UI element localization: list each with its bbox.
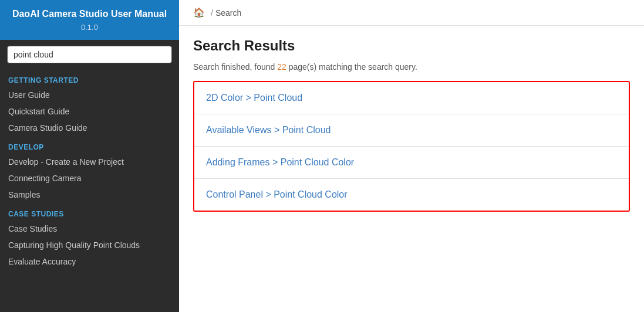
sidebar-item-develop-new-project[interactable]: Develop - Create a New Project xyxy=(0,154,179,170)
sidebar-item-camera-studio-guide[interactable]: Camera Studio Guide xyxy=(0,120,179,136)
home-icon[interactable]: 🏠 xyxy=(193,7,205,18)
page-title: Search Results xyxy=(193,38,630,54)
search-input[interactable] xyxy=(7,46,172,63)
result-item-4[interactable]: Control Panel > Point Cloud Color xyxy=(194,179,629,211)
results-box: 2D Color > Point Cloud Available Views >… xyxy=(193,81,630,212)
breadcrumb-search: Search xyxy=(215,8,241,18)
result-link-1[interactable]: 2D Color > Point Cloud xyxy=(206,93,302,103)
result-link-3[interactable]: Adding Frames > Point Cloud Color xyxy=(206,157,354,167)
breadcrumb: 🏠 / Search xyxy=(179,0,644,26)
sidebar: DaoAI Camera Studio User Manual 0.1.0 GE… xyxy=(0,0,179,312)
sidebar-item-connecting-camera[interactable]: Connecting Camera xyxy=(0,170,179,186)
summary-pre: Search finished, found xyxy=(193,62,277,72)
sidebar-item-user-guide[interactable]: User Guide xyxy=(0,87,179,103)
sidebar-section-develop: DEVELOP xyxy=(0,136,179,154)
result-item-1[interactable]: 2D Color > Point Cloud xyxy=(194,82,629,114)
sidebar-item-quickstart-guide[interactable]: Quickstart Guide xyxy=(0,103,179,120)
sidebar-item-capturing-point-clouds[interactable]: Capturing High Quality Point Clouds xyxy=(0,237,179,253)
main-content: 🏠 / Search Search Results Search finishe… xyxy=(179,0,644,312)
sidebar-search-container xyxy=(0,40,179,69)
breadcrumb-separator: / xyxy=(211,8,213,18)
result-item-3[interactable]: Adding Frames > Point Cloud Color xyxy=(194,147,629,179)
sidebar-item-evaluate-accuracy[interactable]: Evaluate Accuracy xyxy=(0,253,179,270)
search-summary: Search finished, found 22 page(s) matchi… xyxy=(193,62,630,72)
sidebar-item-samples[interactable]: Samples xyxy=(0,186,179,203)
result-link-2[interactable]: Available Views > Point Cloud xyxy=(206,125,331,135)
sidebar-item-case-studies[interactable]: Case Studies xyxy=(0,221,179,237)
sidebar-title: DaoAI Camera Studio User Manual xyxy=(9,8,170,21)
sidebar-version: 0.1.0 xyxy=(9,23,170,32)
content-area: Search Results Search finished, found 22… xyxy=(179,26,644,223)
sidebar-section-case-studies: CASE STUDIES xyxy=(0,203,179,221)
sidebar-section-getting-started: GETTING STARTED xyxy=(0,69,179,87)
sidebar-header: DaoAI Camera Studio User Manual 0.1.0 xyxy=(0,0,179,40)
result-link-4[interactable]: Control Panel > Point Cloud Color xyxy=(206,189,348,199)
result-item-2[interactable]: Available Views > Point Cloud xyxy=(194,114,629,147)
summary-mid: page(s) matching the search query. xyxy=(286,62,417,72)
summary-count: 22 xyxy=(277,62,286,72)
